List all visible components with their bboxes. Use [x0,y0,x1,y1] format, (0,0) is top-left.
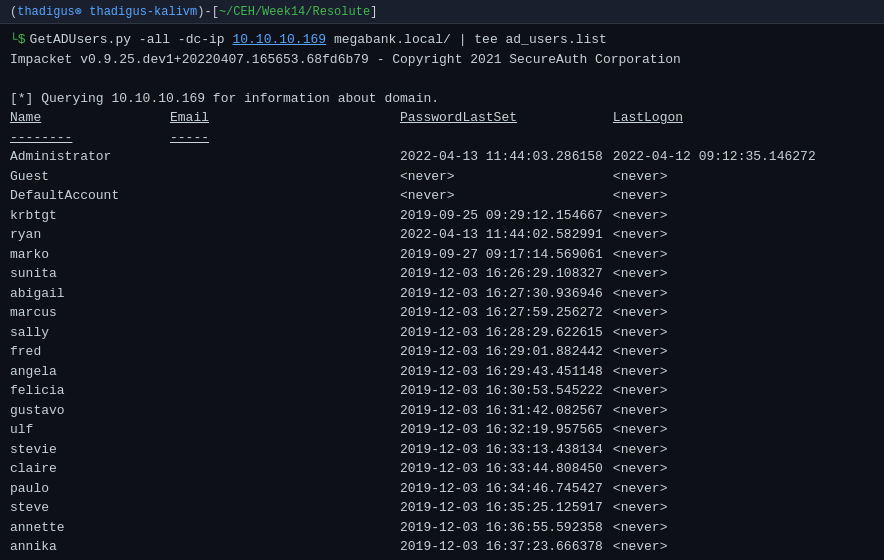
user-passwordlastset: 2019-12-03 16:29:01.882442 [400,342,613,362]
col-lastlogon-header: LastLogon [613,108,826,128]
user-passwordlastset: 2019-12-03 16:27:30.936946 [400,284,613,304]
script-name: GetADUsers.py -all -dc-ip [30,32,233,47]
user-lastlogon: 2022-04-12 09:12:35.146272 [613,147,826,167]
user-name: gustavo [10,401,170,421]
col-email-underline: ----- [170,128,400,148]
user-email [170,401,400,421]
user-name: krbtgt [10,206,170,226]
user-email [170,498,400,518]
table-row: paulo2019-12-03 16:34:46.745427<never> [10,479,826,499]
user-name: annette [10,518,170,538]
table-row: steve2019-12-03 16:35:25.125917<never> [10,498,826,518]
user-name: Administrator [10,147,170,167]
ip-address: 10.10.10.169 [232,32,326,47]
user-name: per [10,557,170,561]
col-lastlogon-underline [613,128,826,148]
user-passwordlastset: 2019-12-03 16:38:12.278673 [400,557,613,561]
user-email [170,186,400,206]
user-email [170,381,400,401]
user-email [170,167,400,187]
user-email [170,245,400,265]
table-row: sunita2019-12-03 16:26:29.108327<never> [10,264,826,284]
user-passwordlastset: 2019-12-03 16:35:25.125917 [400,498,613,518]
table-row: annette2019-12-03 16:36:55.592358<never> [10,518,826,538]
user-passwordlastset: 2019-12-03 16:27:59.256272 [400,303,613,323]
user-lastlogon: <never> [613,479,826,499]
user-name: abigail [10,284,170,304]
user-lastlogon: <never> [613,323,826,343]
table-row: gustavo2019-12-03 16:31:42.082567<never> [10,401,826,421]
user-lastlogon: <never> [613,498,826,518]
user-passwordlastset: 2019-12-03 16:29:43.451148 [400,362,613,382]
user-lastlogon: <never> [613,401,826,421]
user-lastlogon: <never> [613,245,826,265]
col-pwlast-underline [400,128,613,148]
empty-line-1 [10,69,874,89]
user-name: steve [10,498,170,518]
user-passwordlastset: 2019-09-27 09:17:14.569061 [400,245,613,265]
user-lastlogon: <never> [613,303,826,323]
user-lastlogon: <never> [613,167,826,187]
user-name: ryan [10,225,170,245]
user-lastlogon: <never> [613,557,826,561]
table-row: DefaultAccount<never><never> [10,186,826,206]
user-name: paulo [10,479,170,499]
impacket-line: Impacket v0.9.25.dev1+20220407.165653.68… [10,50,874,70]
table-row: marcus2019-12-03 16:27:59.256272<never> [10,303,826,323]
table-row: sally2019-12-03 16:28:29.622615<never> [10,323,826,343]
user-email [170,342,400,362]
user-email [170,147,400,167]
table-row: fred2019-12-03 16:29:01.882442<never> [10,342,826,362]
user-name: fred [10,342,170,362]
user-lastlogon: <never> [613,518,826,538]
col-name-header: Name [10,108,170,128]
user-name: angela [10,362,170,382]
user-email [170,264,400,284]
user-passwordlastset: <never> [400,186,613,206]
user-name: DefaultAccount [10,186,170,206]
user-passwordlastset: 2019-12-03 16:28:29.622615 [400,323,613,343]
user-lastlogon: <never> [613,459,826,479]
user-passwordlastset: 2019-12-03 16:34:46.745427 [400,479,613,499]
col-name-underline: -------- [10,128,170,148]
title-bar: (thadigus⊗ thadigus-kalivm)-[~/CEH/Week1… [0,0,884,24]
querying-line: [*] Querying 10.10.10.169 for informatio… [10,89,874,109]
user-name: felicia [10,381,170,401]
user-email [170,225,400,245]
table-row: abigail2019-12-03 16:27:30.936946<never> [10,284,826,304]
user-name: claire [10,459,170,479]
table-row: stevie2019-12-03 16:33:13.438134<never> [10,440,826,460]
user-lastlogon: <never> [613,362,826,382]
user-email [170,518,400,538]
table-row: felicia2019-12-03 16:30:53.545222<never> [10,381,826,401]
user-name: sunita [10,264,170,284]
user-email [170,284,400,304]
user-email [170,440,400,460]
user-passwordlastset: 2019-12-03 16:33:44.808450 [400,459,613,479]
terminal-window: (thadigus⊗ thadigus-kalivm)-[~/CEH/Week1… [0,0,884,560]
user-name: ulf [10,420,170,440]
user-passwordlastset: 2019-09-25 09:29:12.154667 [400,206,613,226]
user-email [170,323,400,343]
user-passwordlastset: 2019-12-03 16:36:55.592358 [400,518,613,538]
user-email [170,459,400,479]
user-lastlogon: <never> [613,440,826,460]
user-lastlogon: <never> [613,186,826,206]
terminal-content: └$ GetADUsers.py -all -dc-ip 10.10.10.16… [0,24,884,560]
user-lastlogon: <never> [613,537,826,557]
table-row: ryan2022-04-13 11:44:02.582991<never> [10,225,826,245]
user-lastlogon: <never> [613,284,826,304]
user-email [170,479,400,499]
user-lastlogon: <never> [613,225,826,245]
table-row: annika2019-12-03 16:37:23.666378<never> [10,537,826,557]
prompt-arrow: └$ [10,30,26,50]
user-lastlogon: <never> [613,206,826,226]
user-name: stevie [10,440,170,460]
user-name: annika [10,537,170,557]
user-passwordlastset: 2022-04-13 11:44:03.286158 [400,147,613,167]
user-table: Name Email PasswordLastSet LastLogon ---… [10,108,826,560]
table-row: ulf2019-12-03 16:32:19.957565<never> [10,420,826,440]
user-lastlogon: <never> [613,420,826,440]
col-pwlast-header: PasswordLastSet [400,108,613,128]
table-header-underline-row: -------- ----- [10,128,826,148]
